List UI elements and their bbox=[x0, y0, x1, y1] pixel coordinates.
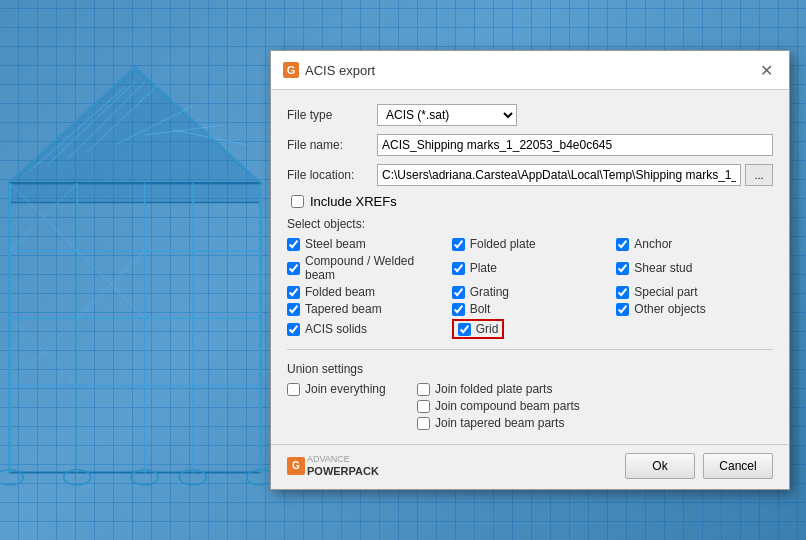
steel-beam-label: Steel beam bbox=[305, 237, 366, 251]
file-location-control: ... bbox=[377, 164, 773, 186]
other-objects-label: Other objects bbox=[634, 302, 705, 316]
bolt-checkbox[interactable] bbox=[452, 303, 465, 316]
file-name-row: File name: bbox=[287, 134, 773, 156]
include-xrefs-label: Include XREFs bbox=[310, 194, 397, 209]
other-objects-checkbox[interactable] bbox=[616, 303, 629, 316]
dialog-titlebar: G ACIS export ✕ bbox=[271, 51, 789, 90]
file-name-label: File name: bbox=[287, 138, 377, 152]
checkbox-join-compound: Join compound beam parts bbox=[417, 399, 773, 413]
checkbox-special-part: Special part bbox=[616, 285, 773, 299]
checkbox-tapered-beam: Tapered beam bbox=[287, 302, 444, 316]
union-settings-section: Union settings Join everything Join fold… bbox=[287, 349, 773, 430]
checkbox-grating: Grating bbox=[452, 285, 609, 299]
special-part-label: Special part bbox=[634, 285, 697, 299]
checkbox-steel-beam: Steel beam bbox=[287, 237, 444, 251]
plate-label: Plate bbox=[470, 261, 497, 275]
compound-welded-checkbox[interactable] bbox=[287, 262, 300, 275]
file-location-label: File location: bbox=[287, 168, 377, 182]
file-type-row: File type ACIS (*.sat) ACIS (*.sab) bbox=[287, 104, 773, 126]
union-settings-grid: Join everything Join folded plate parts … bbox=[287, 382, 773, 430]
file-name-input[interactable] bbox=[377, 134, 773, 156]
join-folded-checkbox[interactable] bbox=[417, 383, 430, 396]
grating-checkbox[interactable] bbox=[452, 286, 465, 299]
building-illustration bbox=[0, 0, 270, 540]
file-name-control bbox=[377, 134, 773, 156]
grid-highlighted-container: Grid bbox=[452, 319, 505, 339]
select-objects-grid: Steel beam Folded plate Anchor Compound … bbox=[287, 237, 773, 339]
close-button[interactable]: ✕ bbox=[755, 59, 777, 81]
checkbox-folded-plate: Folded plate bbox=[452, 237, 609, 251]
file-location-input[interactable] bbox=[377, 164, 741, 186]
col3-empty bbox=[616, 319, 773, 339]
svg-rect-11 bbox=[10, 183, 261, 472]
plate-checkbox[interactable] bbox=[452, 262, 465, 275]
shear-stud-checkbox[interactable] bbox=[616, 262, 629, 275]
brand-icon: G bbox=[287, 457, 305, 475]
join-folded-label: Join folded plate parts bbox=[435, 382, 552, 396]
join-everything-checkbox[interactable] bbox=[287, 383, 300, 396]
file-type-select[interactable]: ACIS (*.sat) ACIS (*.sab) bbox=[377, 104, 517, 126]
include-xrefs-checkbox[interactable] bbox=[291, 195, 304, 208]
folded-beam-label: Folded beam bbox=[305, 285, 375, 299]
checkbox-acis-solids: ACIS solids bbox=[287, 319, 444, 339]
file-type-label: File type bbox=[287, 108, 377, 122]
checkbox-other-objects: Other objects bbox=[616, 302, 773, 316]
dialog-footer: G ADVANCE POWERPACK Ok Cancel bbox=[271, 444, 789, 489]
tapered-beam-label: Tapered beam bbox=[305, 302, 382, 316]
checkbox-bolt: Bolt bbox=[452, 302, 609, 316]
join-everything-label: Join everything bbox=[305, 382, 386, 396]
browse-button[interactable]: ... bbox=[745, 164, 773, 186]
union-left-col: Join everything bbox=[287, 382, 417, 430]
dialog-body: File type ACIS (*.sat) ACIS (*.sab) File… bbox=[271, 90, 789, 444]
union-right-col: Join folded plate parts Join compound be… bbox=[417, 382, 773, 430]
join-tapered-checkbox[interactable] bbox=[417, 417, 430, 430]
brand-line2: POWERPACK bbox=[307, 465, 379, 477]
compound-welded-label: Compound / Welded beam bbox=[305, 254, 444, 282]
checkbox-anchor: Anchor bbox=[616, 237, 773, 251]
acis-solids-label: ACIS solids bbox=[305, 322, 367, 336]
dialog-title-left: G ACIS export bbox=[283, 62, 375, 78]
brand-line1: ADVANCE bbox=[307, 455, 379, 465]
folded-plate-label: Folded plate bbox=[470, 237, 536, 251]
checkbox-join-everything: Join everything bbox=[287, 382, 417, 396]
dialog-acis-export: G ACIS export ✕ File type ACIS (*.sat) A… bbox=[270, 50, 790, 490]
include-xrefs-row: Include XREFs bbox=[287, 194, 773, 209]
dialog-app-icon: G bbox=[283, 62, 299, 78]
join-compound-checkbox[interactable] bbox=[417, 400, 430, 413]
checkbox-compound-welded: Compound / Welded beam bbox=[287, 254, 444, 282]
ok-button[interactable]: Ok bbox=[625, 453, 695, 479]
folded-plate-checkbox[interactable] bbox=[452, 238, 465, 251]
union-settings-label: Union settings bbox=[287, 362, 773, 376]
join-compound-label: Join compound beam parts bbox=[435, 399, 580, 413]
checkbox-join-folded: Join folded plate parts bbox=[417, 382, 773, 396]
file-location-row: File location: ... bbox=[287, 164, 773, 186]
tapered-beam-checkbox[interactable] bbox=[287, 303, 300, 316]
brand-text: ADVANCE POWERPACK bbox=[307, 455, 379, 477]
dialog-title: ACIS export bbox=[305, 63, 375, 78]
bolt-label: Bolt bbox=[470, 302, 491, 316]
footer-brand: G ADVANCE POWERPACK bbox=[287, 455, 379, 477]
checkbox-join-tapered: Join tapered beam parts bbox=[417, 416, 773, 430]
anchor-label: Anchor bbox=[634, 237, 672, 251]
grid-label: Grid bbox=[476, 322, 499, 336]
checkbox-plate: Plate bbox=[452, 254, 609, 282]
grating-label: Grating bbox=[470, 285, 509, 299]
checkbox-folded-beam: Folded beam bbox=[287, 285, 444, 299]
special-part-checkbox[interactable] bbox=[616, 286, 629, 299]
checkbox-shear-stud: Shear stud bbox=[616, 254, 773, 282]
file-type-control: ACIS (*.sat) ACIS (*.sab) bbox=[377, 104, 773, 126]
cancel-button[interactable]: Cancel bbox=[703, 453, 773, 479]
grid-checkbox[interactable] bbox=[458, 323, 471, 336]
select-objects-label: Select objects: bbox=[287, 217, 773, 231]
checkbox-grid: Grid bbox=[452, 319, 609, 339]
shear-stud-label: Shear stud bbox=[634, 261, 692, 275]
join-tapered-label: Join tapered beam parts bbox=[435, 416, 564, 430]
anchor-checkbox[interactable] bbox=[616, 238, 629, 251]
steel-beam-checkbox[interactable] bbox=[287, 238, 300, 251]
folded-beam-checkbox[interactable] bbox=[287, 286, 300, 299]
acis-solids-checkbox[interactable] bbox=[287, 323, 300, 336]
